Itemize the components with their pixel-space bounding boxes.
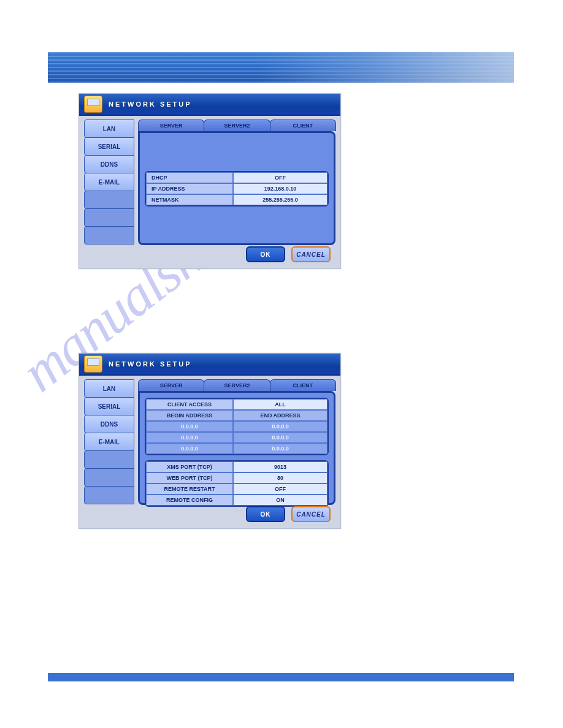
col-begin-address: BEGIN ADDRESS <box>146 410 233 421</box>
value-remote-restart[interactable]: OFF <box>233 483 327 495</box>
value-dhcp[interactable]: OFF <box>233 172 327 183</box>
addr-row-2: 0.0.0.0 0.0.0.0 <box>146 443 327 454</box>
page-banner <box>48 52 514 83</box>
ok-button[interactable]: OK <box>246 506 285 522</box>
tab-bar: SERVER SERVER2 CLIENT <box>138 119 335 131</box>
label-remote-config: REMOTE CONFIG <box>146 495 233 506</box>
label-netmask: NETMASK <box>146 194 233 205</box>
sidebar-item-empty <box>84 486 134 504</box>
sidebar-item-email[interactable]: E-MAIL <box>84 173 134 191</box>
row-netmask: NETMASK 255.255.255.0 <box>146 194 327 205</box>
row-addr-header: BEGIN ADDRESS END ADDRESS <box>146 410 327 421</box>
begin-addr-0[interactable]: 0.0.0.0 <box>146 421 233 432</box>
sidebar-item-lan[interactable]: LAN <box>84 379 134 398</box>
sidebar-item-serial[interactable]: SERIAL <box>84 397 134 415</box>
dialog-title-text: NETWORK SETUP <box>109 360 192 368</box>
end-addr-1[interactable]: 0.0.0.0 <box>233 432 327 443</box>
cancel-button[interactable]: CANCEL <box>291 506 331 522</box>
value-web-port[interactable]: 80 <box>233 472 327 483</box>
tab-server2[interactable]: SERVER2 <box>204 379 270 391</box>
value-ip-address[interactable]: 192.168.0.10 <box>233 183 327 194</box>
addr-row-1: 0.0.0.0 0.0.0.0 <box>146 432 327 443</box>
network-setup-dialog-client: NETWORK SETUP LAN SERIAL DDNS E-MAIL SER… <box>79 353 341 529</box>
button-bar: OK CANCEL <box>246 246 331 262</box>
row-ip-address: IP ADDRESS 192.168.0.10 <box>146 183 327 194</box>
sidebar-item-ddns[interactable]: DDNS <box>84 155 134 173</box>
label-remote-restart: REMOTE RESTART <box>146 483 233 495</box>
tab-client[interactable]: CLIENT <box>270 379 336 391</box>
tab-bar: SERVER SERVER2 CLIENT <box>138 379 335 391</box>
sidebar-item-empty <box>84 226 134 245</box>
begin-addr-1[interactable]: 0.0.0.0 <box>146 432 233 443</box>
tab-client[interactable]: CLIENT <box>270 119 336 131</box>
sidebar-item-email[interactable]: E-MAIL <box>84 433 134 451</box>
sidebar-item-empty <box>84 191 134 209</box>
tab-server[interactable]: SERVER <box>138 379 204 391</box>
tab-server[interactable]: SERVER <box>138 119 204 131</box>
computer-icon <box>84 96 102 113</box>
tab-server2[interactable]: SERVER2 <box>204 119 270 131</box>
label-ip-address: IP ADDRESS <box>146 183 233 194</box>
label-web-port: WEB PORT (TCP) <box>146 472 233 483</box>
value-xms-port[interactable]: 9013 <box>233 461 327 472</box>
row-web-port: WEB PORT (TCP) 80 <box>146 472 327 483</box>
computer-icon <box>84 355 102 373</box>
network-setup-dialog-server2: NETWORK SETUP LAN SERIAL DDNS E-MAIL SER… <box>79 93 341 269</box>
label-dhcp: DHCP <box>146 172 233 183</box>
label-client-access: CLIENT ACCESS <box>146 399 233 410</box>
row-client-access: CLIENT ACCESS ALL <box>146 399 327 410</box>
sidebar-item-serial[interactable]: SERIAL <box>84 137 134 156</box>
sidebar-item-ddns[interactable]: DDNS <box>84 415 134 433</box>
end-addr-2[interactable]: 0.0.0.0 <box>233 443 327 454</box>
label-xms-port: XMS PORT (TCP) <box>146 461 233 472</box>
end-addr-0[interactable]: 0.0.0.0 <box>233 421 327 432</box>
value-netmask[interactable]: 255.255.255.0 <box>233 194 327 205</box>
sidebar-item-empty <box>84 468 134 487</box>
sidebar-item-lan[interactable]: LAN <box>84 119 134 138</box>
dialog-title-text: NETWORK SETUP <box>109 100 192 108</box>
value-remote-config[interactable]: ON <box>233 495 327 506</box>
page-footer-bar <box>48 673 514 681</box>
addr-row-0: 0.0.0.0 0.0.0.0 <box>146 421 327 432</box>
row-remote-restart: REMOTE RESTART OFF <box>146 483 327 495</box>
sidebar-item-empty <box>84 450 134 469</box>
col-end-address: END ADDRESS <box>233 410 327 421</box>
begin-addr-2[interactable]: 0.0.0.0 <box>146 443 233 454</box>
cancel-button[interactable]: CANCEL <box>291 246 331 262</box>
client-settings-table: XMS PORT (TCP) 9013 WEB PORT (TCP) 80 RE… <box>145 460 329 507</box>
client-access-table: CLIENT ACCESS ALL BEGIN ADDRESS END ADDR… <box>145 398 329 455</box>
sidebar-item-empty <box>84 208 134 227</box>
row-dhcp: DHCP OFF <box>146 172 327 183</box>
value-client-access[interactable]: ALL <box>233 399 327 410</box>
row-remote-config: REMOTE CONFIG ON <box>146 495 327 506</box>
row-xms-port: XMS PORT (TCP) 9013 <box>146 461 327 472</box>
dialog-title-bar: NETWORK SETUP <box>79 94 340 116</box>
button-bar: OK CANCEL <box>246 506 331 522</box>
sidebar: LAN SERIAL DDNS E-MAIL <box>84 119 134 249</box>
server2-settings-table: DHCP OFF IP ADDRESS 192.168.0.10 NETMASK… <box>145 171 329 207</box>
tab-panel-client: CLIENT ACCESS ALL BEGIN ADDRESS END ADDR… <box>138 391 335 505</box>
tab-panel-server2: DHCP OFF IP ADDRESS 192.168.0.10 NETMASK… <box>138 131 335 245</box>
dialog-title-bar: NETWORK SETUP <box>79 354 340 376</box>
sidebar: LAN SERIAL DDNS E-MAIL <box>84 379 134 509</box>
ok-button[interactable]: OK <box>246 246 285 262</box>
